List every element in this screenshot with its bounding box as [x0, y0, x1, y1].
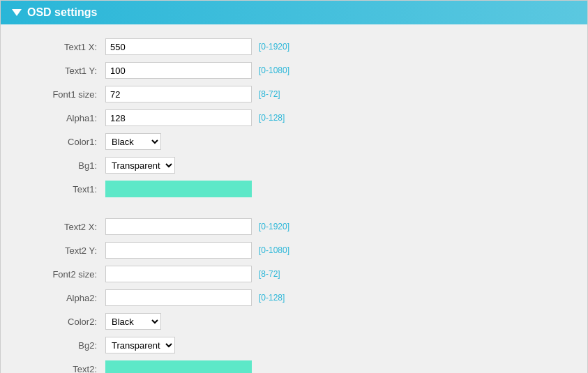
- color2-row: Color2: Black White Red Green Blue: [29, 313, 559, 330]
- font1size-range: [8-72]: [259, 89, 280, 99]
- text1x-input[interactable]: [105, 38, 252, 55]
- text1-label: Text1:: [29, 184, 105, 195]
- color1-label: Color1:: [29, 137, 105, 147]
- text1y-label: Text1 Y:: [29, 66, 105, 76]
- title-bar-icon: [12, 9, 22, 16]
- font1size-label: Font1 size:: [29, 89, 105, 100]
- text2-preview[interactable]: [105, 360, 252, 373]
- text2x-row: Text2 X: [0-1920]: [29, 218, 559, 235]
- text2-row: Text2:: [29, 360, 559, 373]
- font2size-range: [8-72]: [259, 269, 280, 279]
- alpha2-label: Alpha2:: [29, 293, 105, 303]
- bg2-label: Bg2:: [29, 340, 105, 351]
- text2y-label: Text2 Y:: [29, 245, 105, 256]
- alpha2-input[interactable]: [105, 289, 252, 306]
- color1-row: Color1: Black White Red Green Blue: [29, 133, 559, 150]
- osd-settings-window: OSD settings Text1 X: [0-1920] Text1 Y: …: [0, 0, 588, 373]
- bg2-row: Bg2: Transparent Black White: [29, 337, 559, 353]
- font1size-input[interactable]: [105, 86, 252, 102]
- text2x-range: [0-1920]: [259, 222, 289, 231]
- section2: Text2 X: [0-1920] Text2 Y: [0-1080] Font…: [29, 218, 559, 373]
- text1x-label: Text1 X:: [29, 42, 105, 52]
- title-bar: OSD settings: [1, 1, 587, 24]
- color1-select[interactable]: Black White Red Green Blue: [105, 133, 161, 150]
- color2-label: Color2:: [29, 317, 105, 327]
- text2y-row: Text2 Y: [0-1080]: [29, 242, 559, 259]
- text2y-input[interactable]: [105, 242, 252, 259]
- alpha1-label: Alpha1:: [29, 113, 105, 123]
- alpha1-range: [0-128]: [259, 113, 285, 123]
- section1: Text1 X: [0-1920] Text1 Y: [0-1080] Font…: [29, 38, 559, 197]
- text1x-range: [0-1920]: [259, 42, 289, 52]
- window-title: OSD settings: [27, 6, 97, 19]
- alpha2-row: Alpha2: [0-128]: [29, 289, 559, 306]
- text2x-label: Text2 X:: [29, 222, 105, 232]
- section-gap: [29, 204, 559, 218]
- text2-label: Text2:: [29, 364, 105, 374]
- bg2-select[interactable]: Transparent Black White: [105, 337, 175, 353]
- font2size-label: Font2 size:: [29, 269, 105, 280]
- content-area: Text1 X: [0-1920] Text1 Y: [0-1080] Font…: [1, 24, 587, 373]
- font1size-row: Font1 size: [8-72]: [29, 86, 559, 102]
- bg1-label: Bg1:: [29, 160, 105, 171]
- text2y-range: [0-1080]: [259, 245, 289, 255]
- font2size-row: Font2 size: [8-72]: [29, 266, 559, 282]
- font2size-input[interactable]: [105, 266, 252, 282]
- bg1-row: Bg1: Transparent Black White: [29, 157, 559, 174]
- bg1-select[interactable]: Transparent Black White: [105, 157, 175, 174]
- alpha1-row: Alpha1: [0-128]: [29, 109, 559, 126]
- alpha2-range: [0-128]: [259, 293, 285, 303]
- text1y-input[interactable]: [105, 62, 252, 79]
- alpha1-input[interactable]: [105, 109, 252, 126]
- text1y-range: [0-1080]: [259, 66, 289, 75]
- color2-select[interactable]: Black White Red Green Blue: [105, 313, 161, 330]
- text1y-row: Text1 Y: [0-1080]: [29, 62, 559, 79]
- text1x-row: Text1 X: [0-1920]: [29, 38, 559, 55]
- text2x-input[interactable]: [105, 218, 252, 235]
- text1-row: Text1:: [29, 181, 559, 197]
- text1-preview[interactable]: [105, 181, 252, 197]
